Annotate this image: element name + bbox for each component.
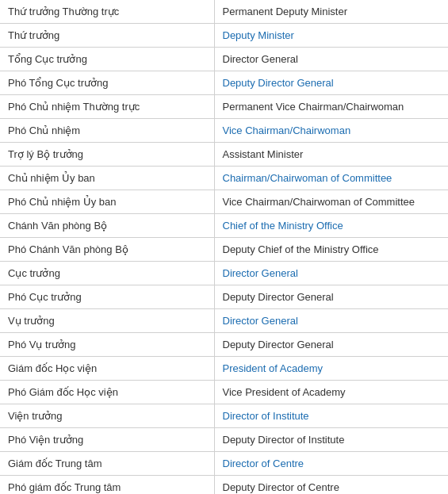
- en-term: Chairman/Chairwoman of Committee: [214, 167, 448, 190]
- en-term: Vice President of Academy: [214, 381, 448, 404]
- vn-term: Phó Cục trưởng: [0, 285, 214, 309]
- vn-term: Thứ trưởng: [0, 24, 214, 48]
- translation-table: Thứ trưởng Thường trựcPermanent Deputy M…: [0, 0, 448, 494]
- en-term: Vice Chairman/Chairwoman: [214, 119, 448, 143]
- en-term: Director of Institute: [214, 404, 448, 428]
- vn-term: Phó Chủ nhiệm Thường trực: [0, 95, 214, 119]
- vn-term: Phó Viện trưởng: [0, 428, 214, 452]
- table-row: Vụ trưởngDirector General: [0, 309, 448, 333]
- vn-term: Cục trưởng: [0, 262, 214, 285]
- en-term: Deputy Director General: [214, 71, 448, 95]
- table-row: Phó Viện trưởngDeputy Director of Instit…: [0, 428, 448, 452]
- vn-term: Giám đốc Học viện: [0, 357, 214, 381]
- vn-term: Chủ nhiệm Ủy ban: [0, 167, 214, 190]
- table-row: Phó giám đốc Trung tâmDeputy Director of…: [0, 476, 448, 495]
- vn-term: Trợ lý Bộ trưởng: [0, 143, 214, 167]
- en-term: Deputy Chief of the Ministry Office: [214, 238, 448, 262]
- vn-term: Viện trưởng: [0, 404, 214, 428]
- table-row: Viện trưởngDirector of Institute: [0, 404, 448, 428]
- table-row: Phó Giám đốc Học việnVice President of A…: [0, 381, 448, 404]
- en-term: Director General: [214, 309, 448, 333]
- en-term: Deputy Director of Centre: [214, 476, 448, 495]
- table-row: Tổng Cục trưởngDirector General: [0, 48, 448, 71]
- table-row: Chủ nhiệm Ủy banChairman/Chairwoman of C…: [0, 167, 448, 190]
- vn-term: Phó Vụ trưởng: [0, 333, 214, 357]
- table-row: Phó Tổng Cục trưởngDeputy Director Gener…: [0, 71, 448, 95]
- en-term: Permanent Vice Chairman/Chairwoman: [214, 95, 448, 119]
- en-term: Director General: [214, 48, 448, 71]
- en-term: Deputy Director of Institute: [214, 428, 448, 452]
- table-row: Trợ lý Bộ trưởngAssistant Minister: [0, 143, 448, 167]
- table-row: Chánh Văn phòng BộChief of the Ministry …: [0, 214, 448, 238]
- table-row: Phó Chủ nhiệm Thường trựcPermanent Vice …: [0, 95, 448, 119]
- table-row: Phó Chánh Văn phòng BộDeputy Chief of th…: [0, 238, 448, 262]
- table-row: Giám đốc Trung tâmDirector of Centre: [0, 452, 448, 476]
- vn-term: Thứ trưởng Thường trực: [0, 0, 214, 24]
- en-term: Deputy Minister: [214, 24, 448, 48]
- table-row: Thứ trưởngDeputy Minister: [0, 24, 448, 48]
- en-term: Director General: [214, 262, 448, 285]
- vn-term: Tổng Cục trưởng: [0, 48, 214, 71]
- table-row: Thứ trưởng Thường trựcPermanent Deputy M…: [0, 0, 448, 24]
- en-term: Deputy Director General: [214, 285, 448, 309]
- table-row: Giám đốc Học việnPresident of Academy: [0, 357, 448, 381]
- vn-term: Giám đốc Trung tâm: [0, 452, 214, 476]
- en-term: Deputy Director General: [214, 333, 448, 357]
- en-term: Permanent Deputy Minister: [214, 0, 448, 24]
- table-row: Cục trưởngDirector General: [0, 262, 448, 285]
- vn-term: Phó Tổng Cục trưởng: [0, 71, 214, 95]
- table-row: Phó Cục trưởngDeputy Director General: [0, 285, 448, 309]
- table-row: Phó Vụ trưởngDeputy Director General: [0, 333, 448, 357]
- en-term: Assistant Minister: [214, 143, 448, 167]
- en-term: President of Academy: [214, 357, 448, 381]
- vn-term: Phó Chủ nhiệm Ủy ban: [0, 190, 214, 214]
- en-term: Director of Centre: [214, 452, 448, 476]
- vn-term: Phó giám đốc Trung tâm: [0, 476, 214, 495]
- table-row: Phó Chủ nhiệm Ủy banVice Chairman/Chairw…: [0, 190, 448, 214]
- vn-term: Phó Chánh Văn phòng Bộ: [0, 238, 214, 262]
- vn-term: Phó Giám đốc Học viện: [0, 381, 214, 404]
- en-term: Chief of the Ministry Office: [214, 214, 448, 238]
- table-row: Phó Chủ nhiệmVice Chairman/Chairwoman: [0, 119, 448, 143]
- vn-term: Phó Chủ nhiệm: [0, 119, 214, 143]
- vn-term: Chánh Văn phòng Bộ: [0, 214, 214, 238]
- vn-term: Vụ trưởng: [0, 309, 214, 333]
- en-term: Vice Chairman/Chairwoman of Committee: [214, 190, 448, 214]
